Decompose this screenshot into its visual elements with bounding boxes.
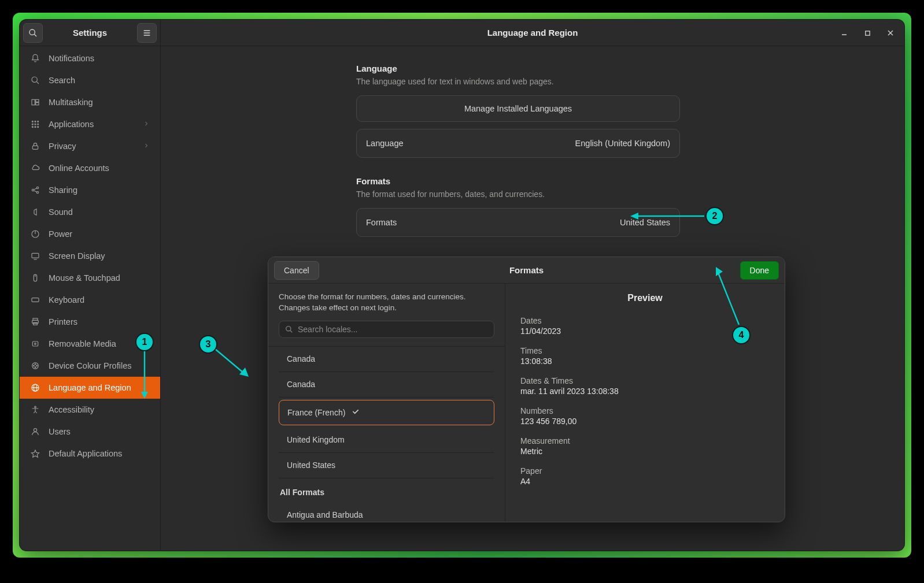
maximize-icon bbox=[864, 30, 871, 36]
formats-section-title: Formats bbox=[356, 176, 680, 186]
sidebar-item-default-applications[interactable]: Default Applications bbox=[20, 443, 160, 465]
locale-list[interactable]: CanadaCanadaFrance (French)United Kingdo… bbox=[268, 346, 505, 522]
formats-row[interactable]: Formats United States bbox=[356, 208, 680, 237]
sidebar-item-sharing[interactable]: Sharing bbox=[20, 179, 160, 201]
sidebar-item-notifications[interactable]: Notifications bbox=[20, 47, 160, 69]
svg-rect-8 bbox=[36, 99, 39, 102]
svg-point-39 bbox=[35, 343, 36, 345]
preview-title: Preview bbox=[520, 293, 770, 303]
close-icon bbox=[887, 29, 894, 36]
search-button[interactable] bbox=[23, 23, 43, 43]
users-icon bbox=[30, 426, 40, 437]
sidebar-item-search[interactable]: Search bbox=[20, 69, 160, 91]
locale-item[interactable]: United States bbox=[279, 453, 494, 478]
display-icon bbox=[30, 251, 40, 261]
preview-value: Metric bbox=[520, 447, 770, 456]
keyboard-icon bbox=[30, 295, 40, 305]
sidebar-item-label: Device Colour Profiles bbox=[49, 361, 131, 370]
all-formats-heading: All Formats bbox=[279, 478, 494, 503]
svg-point-18 bbox=[38, 127, 39, 128]
sidebar-item-label: Mouse & Touchpad bbox=[49, 273, 120, 283]
preview-label: Numbers bbox=[520, 406, 770, 415]
preview-value: 123 456 789,00 bbox=[520, 417, 770, 426]
svg-rect-37 bbox=[34, 322, 38, 325]
sidebar-item-label: Sound bbox=[49, 207, 73, 217]
formats-dialog: Cancel Formats Done Choose the format fo… bbox=[268, 257, 785, 522]
locale-item[interactable]: France (French) bbox=[279, 400, 494, 425]
manage-languages-button[interactable]: Manage Installed Languages bbox=[356, 95, 680, 122]
sidebar-item-label: Power bbox=[49, 229, 72, 239]
page-title: Language and Region bbox=[161, 28, 904, 38]
sidebar-item-sound[interactable]: Sound bbox=[20, 201, 160, 223]
svg-point-10 bbox=[32, 121, 33, 122]
star-icon bbox=[30, 448, 40, 459]
svg-rect-7 bbox=[32, 99, 35, 105]
maximize-button[interactable] bbox=[856, 20, 879, 46]
sidebar-item-users[interactable]: Users bbox=[20, 421, 160, 443]
preview-value: A4 bbox=[520, 477, 770, 486]
dialog-instruction: Choose the format for numbers, dates and… bbox=[268, 292, 505, 321]
sidebar-item-keyboard[interactable]: Keyboard bbox=[20, 289, 160, 311]
sidebar-item-multitasking[interactable]: Multitasking bbox=[20, 91, 160, 113]
sidebar: Settings NotificationsSearchMultitasking… bbox=[20, 20, 161, 551]
sidebar-item-label: Search bbox=[49, 76, 75, 85]
minimize-button[interactable] bbox=[833, 20, 856, 46]
svg-point-11 bbox=[35, 121, 36, 122]
preview-label: Times bbox=[520, 346, 770, 355]
svg-point-42 bbox=[36, 365, 38, 366]
locale-item[interactable]: Antigua and Barbuda bbox=[279, 503, 494, 522]
hamburger-menu-button[interactable] bbox=[137, 23, 157, 43]
sidebar-item-label: Accessibility bbox=[49, 405, 94, 414]
done-button[interactable]: Done bbox=[740, 261, 779, 280]
sidebar-item-label: Keyboard bbox=[49, 295, 84, 305]
sidebar-item-label: Removable Media bbox=[49, 339, 116, 348]
sidebar-item-online-accounts[interactable]: Online Accounts bbox=[20, 157, 160, 179]
preview-label: Measurement bbox=[520, 436, 770, 445]
sidebar-item-label: Privacy bbox=[49, 142, 76, 151]
svg-line-56 bbox=[290, 331, 292, 332]
sound-icon bbox=[30, 207, 40, 217]
sidebar-item-privacy[interactable]: Privacy bbox=[20, 135, 160, 157]
share-icon bbox=[30, 185, 40, 195]
locale-label: Canada bbox=[287, 380, 315, 389]
language-row[interactable]: Language English (United Kingdom) bbox=[356, 129, 680, 158]
svg-point-5 bbox=[32, 77, 37, 82]
sidebar-item-mouse-touchpad[interactable]: Mouse & Touchpad bbox=[20, 267, 160, 289]
sidebar-item-applications[interactable]: Applications bbox=[20, 113, 160, 135]
sidebar-item-language-and-region[interactable]: Language and Region bbox=[20, 377, 160, 399]
close-button[interactable] bbox=[879, 20, 902, 46]
locale-search-field[interactable] bbox=[279, 321, 494, 338]
svg-point-44 bbox=[34, 365, 35, 366]
cloud-icon bbox=[30, 163, 40, 173]
sidebar-item-power[interactable]: Power bbox=[20, 223, 160, 245]
svg-rect-27 bbox=[32, 253, 39, 258]
sidebar-item-label: Printers bbox=[49, 317, 77, 326]
window-controls bbox=[833, 20, 902, 46]
sidebar-item-label: Language and Region bbox=[49, 383, 131, 392]
annotation-2: 2 bbox=[705, 207, 724, 225]
sidebar-item-accessibility[interactable]: Accessibility bbox=[20, 399, 160, 421]
svg-point-17 bbox=[35, 127, 36, 128]
sidebar-item-label: Online Accounts bbox=[49, 164, 109, 173]
sidebar-item-label: Notifications bbox=[49, 54, 94, 63]
formats-row-value: United States bbox=[620, 218, 670, 227]
sidebar-item-device-colour-profiles[interactable]: Device Colour Profiles bbox=[20, 355, 160, 377]
apps-icon bbox=[30, 119, 40, 129]
sidebar-list: NotificationsSearchMultitaskingApplicati… bbox=[20, 46, 160, 551]
locale-item[interactable]: Canada bbox=[279, 372, 494, 398]
annotation-3: 3 bbox=[199, 335, 217, 354]
preview-label: Paper bbox=[520, 466, 770, 476]
multitask-icon bbox=[30, 97, 40, 107]
locale-search-input[interactable] bbox=[298, 325, 488, 334]
cancel-button[interactable]: Cancel bbox=[274, 261, 319, 280]
svg-rect-52 bbox=[865, 31, 869, 35]
locale-item[interactable]: United Kingdom bbox=[279, 428, 494, 453]
formats-section-desc: The format used for numbers, dates, and … bbox=[356, 190, 680, 199]
dialog-preview-pane: Preview Dates11/04/2023Times13:08:38Date… bbox=[505, 284, 785, 522]
locale-item[interactable]: Canada bbox=[279, 347, 494, 372]
sidebar-item-label: Multitasking bbox=[49, 98, 93, 107]
sidebar-item-printers[interactable]: Printers bbox=[20, 311, 160, 333]
sidebar-item-screen-display[interactable]: Screen Display bbox=[20, 245, 160, 267]
svg-point-14 bbox=[35, 124, 36, 125]
search-icon bbox=[285, 325, 293, 333]
